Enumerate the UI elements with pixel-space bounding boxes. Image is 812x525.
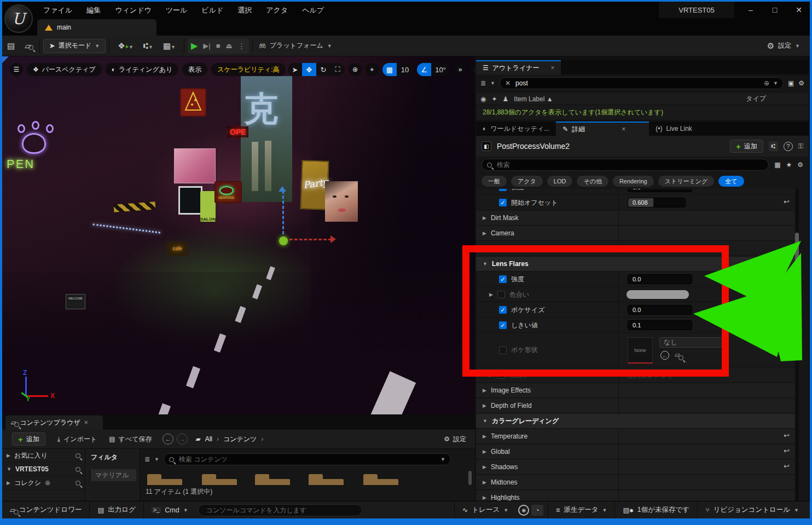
world-coordinate-icon[interactable]: ⊕: [349, 63, 362, 76]
gizmo-origin-handle[interactable]: [279, 236, 288, 245]
folder-thumbnail[interactable]: [309, 479, 344, 485]
close-icon[interactable]: ×: [622, 125, 625, 133]
settings-dropdown[interactable]: ⚙ 設定 ▼: [767, 41, 800, 51]
details-search-field[interactable]: [482, 159, 769, 171]
chevron-down-icon[interactable]: ▼: [773, 80, 778, 86]
property-row-depth-of-field[interactable]: ▶Depth of Field: [476, 399, 795, 413]
property-row-global[interactable]: ▶Global ↩: [476, 445, 795, 459]
transform-gizmo[interactable]: [276, 191, 347, 251]
folder-thumbnail[interactable]: [309, 474, 323, 479]
minimize-button[interactable]: –: [743, 3, 758, 17]
folder-thumbnail[interactable]: [363, 474, 378, 479]
property-row-image-effects[interactable]: ▶Image Effects: [476, 383, 795, 398]
menu-build[interactable]: ビルド: [201, 5, 223, 15]
revision-control-dropdown[interactable]: ⑂ リビジョンコントロール▼: [698, 501, 807, 518]
select-tool[interactable]: ➤: [288, 63, 302, 76]
search-icon[interactable]: [76, 453, 80, 458]
add-actor-icon[interactable]: ❖+▼: [118, 41, 134, 51]
search-icon[interactable]: [76, 467, 80, 472]
grid-snap-toggle[interactable]: ▦: [382, 63, 397, 76]
maximize-viewport-icon[interactable]: ⊞: [471, 63, 475, 76]
help-icon[interactable]: ?: [784, 142, 793, 151]
type-column-header[interactable]: タイプ: [746, 94, 766, 103]
snapshot-icon[interactable]: ◔: [531, 505, 543, 516]
folder-thumbnail[interactable]: [202, 474, 216, 479]
surface-snap-icon[interactable]: ⌖: [366, 63, 379, 76]
actor-type-icon[interactable]: ♟: [503, 95, 509, 103]
rotation-snap-toggle[interactable]: ∠: [417, 63, 431, 76]
reset-to-default-icon[interactable]: ↩: [784, 431, 790, 440]
favorites-item[interactable]: ▶お気に入り: [2, 449, 85, 463]
menu-help[interactable]: ヘルプ: [302, 5, 324, 15]
move-tool[interactable]: ✥: [302, 63, 316, 76]
visibility-eye-icon[interactable]: ◉: [480, 95, 486, 103]
folder-thumbnail[interactable]: [363, 479, 398, 485]
level-viewport[interactable]: PEN 克 OPE SALON SEAFOOD: [2, 56, 475, 414]
camera-speed-more[interactable]: »: [454, 63, 467, 76]
folder-thumbnail[interactable]: [147, 474, 161, 479]
asset-scrollbar[interactable]: [468, 471, 472, 485]
favorites-star-icon[interactable]: ★: [786, 161, 792, 169]
content-settings-dropdown[interactable]: ⚙設定: [444, 435, 466, 444]
property-row-shadows[interactable]: ▶Shadows ↩: [476, 460, 795, 475]
save-icon[interactable]: ▤: [7, 41, 15, 51]
checkbox-checked[interactable]: ✓: [499, 199, 507, 206]
unsaved-changes-button[interactable]: ▤✱ 1個が未保存です: [615, 501, 697, 518]
lit-mode-dropdown[interactable]: ◐ライティングあり: [106, 63, 179, 76]
reset-to-default-icon[interactable]: ↩: [784, 198, 790, 206]
chip-actor[interactable]: アクタ: [511, 176, 543, 187]
folder-thumbnail[interactable]: [255, 474, 269, 479]
folder-thumbnail[interactable]: [147, 479, 182, 485]
outliner-settings-gear-icon[interactable]: ⚙: [798, 79, 804, 87]
pin-icon[interactable]: ✦: [491, 95, 497, 103]
property-row-camera[interactable]: ▶Camera: [476, 226, 795, 241]
reset-to-default-icon[interactable]: ↩: [784, 447, 790, 455]
breadcrumb-content[interactable]: コンテンツ: [223, 435, 257, 444]
slider-field[interactable]: 0.608: [628, 198, 686, 207]
tab-outliner[interactable]: ☰ アウトライナー ×: [476, 60, 561, 74]
chip-misc[interactable]: その他: [577, 176, 608, 187]
breadcrumb-all[interactable]: All: [205, 435, 212, 443]
forward-icon[interactable]: →: [177, 434, 188, 445]
add-collection-icon[interactable]: ⊕: [45, 479, 50, 487]
collections-item[interactable]: ▶コレクシ⊕: [2, 476, 85, 490]
cinematics-icon[interactable]: ▦▼: [163, 41, 176, 51]
tab-details[interactable]: ✎詳細 ×: [556, 122, 649, 136]
unreal-logo-icon[interactable]: U: [4, 4, 33, 33]
value-field[interactable]: 0.0: [628, 189, 692, 192]
filter-funnel-icon[interactable]: ≣: [144, 455, 150, 463]
play-button[interactable]: ▶: [191, 41, 198, 51]
tab-live-link[interactable]: (•)Live Link: [649, 122, 699, 136]
property-row-dirt-mask[interactable]: ▶Dirt Mask: [476, 211, 795, 226]
output-log-button[interactable]: ▤ 出力ログ: [90, 501, 143, 518]
details-scrollbar-track[interactable]: [795, 189, 799, 501]
add-content-button[interactable]: + 追加: [12, 432, 45, 446]
tab-content-browser[interactable]: ▱ コンテンツブラウザ ×: [5, 416, 103, 430]
back-icon[interactable]: ←: [163, 434, 173, 445]
rotate-tool[interactable]: ↻: [316, 63, 330, 76]
asset-search-input[interactable]: [178, 455, 437, 464]
frame-skip-button[interactable]: ▶|: [203, 42, 210, 50]
blueprints-icon[interactable]: ⑆▼: [143, 41, 153, 50]
display-options-icon[interactable]: ▦: [774, 161, 780, 169]
menu-actor[interactable]: アクタ: [266, 5, 288, 15]
filter-funnel-icon[interactable]: ≣: [480, 79, 486, 87]
item-label-column-header[interactable]: Item Label ▲: [514, 95, 553, 103]
property-row-midtones[interactable]: ▶Midtones: [476, 475, 795, 490]
import-button[interactable]: ⤓インポート: [57, 435, 97, 444]
chevron-down-icon[interactable]: ▼: [440, 457, 445, 462]
folder-thumbnail[interactable]: [255, 479, 290, 485]
scale-tool[interactable]: ⛶: [330, 63, 345, 76]
console-command-field[interactable]: [198, 504, 362, 516]
details-search-input[interactable]: [496, 160, 763, 169]
rotation-snap-value[interactable]: 10°: [431, 63, 450, 76]
outliner-search-field[interactable]: ✕ ⊕▼: [500, 77, 784, 89]
reset-to-default-icon[interactable]: ↩: [784, 462, 790, 470]
filter-chip-material[interactable]: マテリアル: [89, 469, 136, 481]
details-scrollbar-thumb[interactable]: [795, 233, 799, 290]
details-settings-gear-icon[interactable]: ⚙: [797, 161, 803, 169]
close-icon[interactable]: ×: [550, 64, 554, 72]
outliner-search-input[interactable]: [514, 79, 760, 88]
chip-rendering[interactable]: Rendering: [613, 176, 654, 187]
content-drawer-button[interactable]: ▱ コンテンツドロワー: [2, 501, 89, 518]
